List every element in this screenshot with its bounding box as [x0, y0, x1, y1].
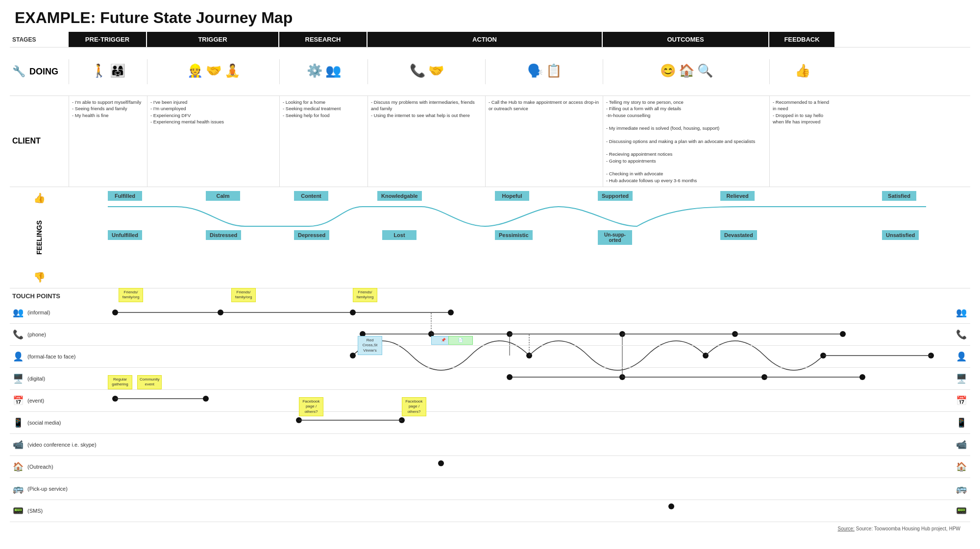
- stage-feedback: FEEDBACK: [769, 32, 835, 47]
- outreach-text: (Outreach): [27, 464, 53, 470]
- clipboard-icon: 📋: [546, 63, 562, 78]
- tp-label-social: 📱 (social media): [10, 415, 108, 430]
- tp-line-phone: [108, 324, 953, 345]
- sticky-friends-3: Friends/family/org: [353, 288, 377, 302]
- event-icon: 📅: [13, 395, 24, 406]
- tp-line-formal: RedCross,StVinnie's 📌 📄: [108, 346, 953, 367]
- digital-text: (digital): [27, 376, 45, 382]
- touchpoints-header: TOUCH POINTS: [10, 288, 970, 302]
- talk-icon: 🗣️: [527, 63, 543, 78]
- client-cell-trigger: - I've been injured- I'm unemployed- Exp…: [147, 96, 279, 187]
- handshake-icon: 🤝: [206, 63, 221, 78]
- feelings-section: 👍 FEELINGS 👎 Fulfilled Calm Content Know…: [10, 187, 970, 288]
- house-icon: 🏠: [679, 63, 694, 78]
- worker-icon: 👷: [187, 63, 203, 78]
- tp-right-social: 📱: [953, 417, 970, 428]
- meeting-icon: 🤝: [428, 63, 444, 78]
- tp-label-sms: 📟 (SMS): [10, 503, 108, 518]
- feelings-label: 👍 FEELINGS 👎: [10, 187, 69, 288]
- doing-cell-feedback: 👍: [769, 59, 835, 84]
- doing-text: DOING: [29, 67, 58, 77]
- people-icon: 👥: [325, 63, 341, 78]
- phone-icon: 📞: [410, 63, 425, 78]
- social-text: (social media): [27, 420, 61, 426]
- client-row: CLIENT - I'm able to support myself/fami…: [10, 96, 970, 187]
- video-text: (video conference i.e. skype): [27, 442, 97, 448]
- search-icon: 🔍: [697, 63, 713, 78]
- smile-icon: 😊: [660, 63, 676, 78]
- tp-line-pickup: [108, 478, 953, 500]
- tp-row-video: 📹 (video conference i.e. skype) 📹: [10, 434, 970, 456]
- feeling-content: Content: [294, 191, 328, 201]
- feeling-pessimistic: Pessimistic: [495, 230, 533, 240]
- feeling-supported: Supported: [598, 191, 633, 201]
- sticky-redcross: RedCross,StVinnie's: [358, 336, 382, 355]
- client-cell-action1: - Discuss my problems with intermediarie…: [368, 96, 485, 187]
- tp-line-social: Facebookpage /others? Facebookpage /othe…: [108, 412, 953, 433]
- tp-right-formal: 👤: [953, 351, 970, 362]
- doing-cell-action2: 🗣️ 📋: [485, 59, 603, 84]
- tp-line-video: [108, 434, 953, 455]
- thumbsup-feeling-icon: 👍: [33, 192, 46, 204]
- stage-pre-trigger: PRE-TRIGGER: [69, 32, 147, 47]
- sticky-friends-2: Friends/family/org: [231, 288, 256, 302]
- page-title: EXAMPLE: Future State Journey Map: [0, 0, 980, 32]
- doing-cell-trigger: 👷 🤝 🧘: [147, 59, 279, 84]
- touchpoints-section: TOUCH POINTS: [10, 288, 970, 522]
- doing-cell-action1: 📞 🤝: [368, 59, 485, 84]
- sticky-facebook1: Facebookpage /others?: [299, 397, 323, 416]
- feeling-unsupported: Un-supp-orted: [598, 230, 632, 245]
- pickup-icon: 🚌: [13, 483, 24, 494]
- feeling-calm: Calm: [206, 191, 240, 201]
- digital-icon: 🖥️: [13, 373, 24, 384]
- thumbsdown-feeling-icon: 👎: [33, 271, 46, 283]
- sticky-doc: 📄: [448, 336, 473, 345]
- tp-line-informal: Friends/family/org Friends/family/org Fr…: [108, 302, 953, 323]
- tp-row-sms: 📟 (SMS) 📟: [10, 500, 970, 522]
- feelings-text: FEELINGS: [35, 220, 43, 255]
- tp-line-event: Regulargathering Communityevent: [108, 390, 953, 411]
- tp-row-phone: 📞 (phone) 📞: [10, 324, 970, 346]
- sms-icon: 📟: [13, 505, 24, 516]
- tp-right-sms: 📟: [953, 505, 970, 516]
- feelings-row: 👍 FEELINGS 👎 Fulfilled Calm Content Know…: [10, 187, 970, 288]
- feeling-distressed: Distressed: [206, 230, 241, 240]
- phone-tp-icon: 📞: [13, 329, 24, 340]
- tp-label-informal: 👥 (informal): [10, 305, 108, 320]
- social-icon: 📱: [13, 417, 24, 428]
- tp-right-phone: 📞: [953, 329, 970, 340]
- thumbsup-icon: 👍: [795, 63, 810, 78]
- stages-label: STAGES: [10, 32, 69, 47]
- client-cell-outcomes: - Telling my story to one person, once- …: [603, 96, 769, 187]
- client-cell-action2: - Call the Hub to make appointment or ac…: [485, 96, 603, 187]
- sticky-facebook2: Facebookpage /others?: [402, 397, 426, 416]
- feeling-lost: Lost: [382, 230, 416, 240]
- tp-label-formal: 👤 (formal-face to face): [10, 349, 108, 364]
- tp-line-digital: [108, 368, 953, 389]
- sms-text: (SMS): [27, 508, 43, 514]
- tp-row-social: 📱 (social media) Facebookpage /others? F…: [10, 412, 970, 434]
- tp-right-pickup: 🚌: [953, 483, 970, 494]
- feeling-hopeful: Hopeful: [495, 191, 529, 201]
- tp-line-outreach: [108, 456, 953, 477]
- tp-right-outreach: 🏠: [953, 461, 970, 472]
- tp-row-outreach: 🏠 (Outreach) 🏠: [10, 456, 970, 478]
- feeling-relieved: Relieved: [720, 191, 755, 201]
- feeling-satisfied: Satisfied: [882, 191, 916, 201]
- tp-label-phone: 📞 (phone): [10, 327, 108, 342]
- feeling-unsatisfied: Unsatisfied: [882, 230, 919, 240]
- feeling-depressed: Depressed: [294, 230, 329, 240]
- doing-cell-research: ⚙️ 👥: [279, 59, 368, 84]
- outreach-icon: 🏠: [13, 461, 24, 472]
- feeling-unfulfilled: Unfulfilled: [108, 230, 142, 240]
- gear-icon: ⚙️: [307, 63, 322, 78]
- phone-text: (phone): [27, 332, 46, 337]
- family-icon: 👨‍👩‍👧: [110, 63, 125, 78]
- formal-text: (formal-face to face): [27, 354, 75, 359]
- stage-action: ACTION: [368, 32, 603, 47]
- tp-label-video: 📹 (video conference i.e. skype): [10, 437, 108, 452]
- tp-right-digital: 🖥️: [953, 373, 970, 384]
- tp-row-informal: 👥 (informal) Friends/family/org Friends/…: [10, 302, 970, 324]
- client-cell-research: - Looking for a home- Seeking medical tr…: [279, 96, 368, 187]
- tp-line-sms: [108, 500, 953, 522]
